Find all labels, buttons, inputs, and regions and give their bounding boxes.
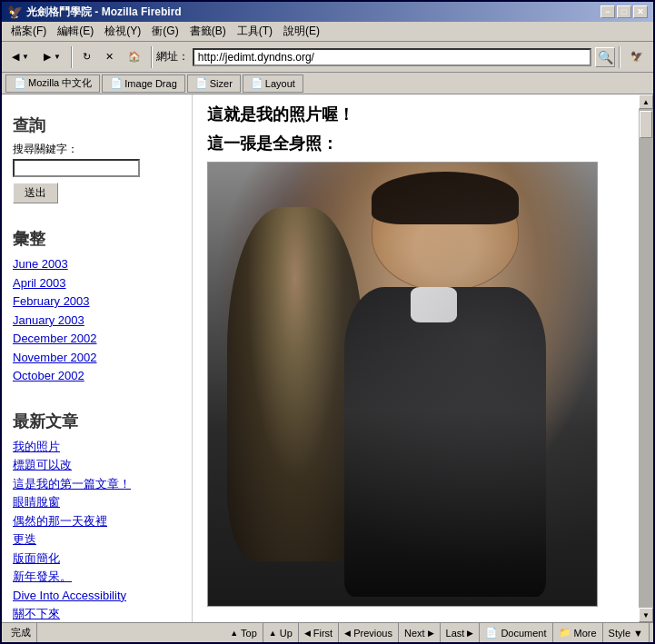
photo-hair — [372, 172, 520, 225]
status-last[interactable]: Last ▶ — [441, 623, 481, 642]
photo-container — [207, 162, 598, 607]
stop-button[interactable]: ✕ — [99, 45, 120, 69]
back-dropdown-icon: ▼ — [22, 53, 29, 61]
bookmark-icon-1: 📄 — [14, 77, 26, 89]
page-title-1: 這就是我的照片喔！ — [207, 104, 624, 125]
throbber-icon: 🦅 — [630, 51, 643, 63]
toolbar: ◀ ▼ ▶ ▼ ↻ ✕ 🏠 網址： 🔍 🦅 — [2, 42, 653, 73]
bookmark-sizer[interactable]: 📄 Sizer — [187, 74, 241, 93]
reload-icon: ↻ — [83, 51, 91, 63]
toolbar-separator-2 — [151, 46, 153, 68]
archive-link-feb2003[interactable]: February 2003 — [13, 292, 181, 311]
close-button[interactable]: ✕ — [633, 5, 648, 18]
bookmark-icon-2: 📄 — [110, 77, 123, 89]
home-icon: 🏠 — [128, 51, 141, 63]
content-area: 查詢 搜尋關鍵字： 送出 彙整 June 2003 April 2003 Feb… — [2, 94, 653, 622]
menu-bookmarks[interactable]: 書籤(B) — [184, 22, 232, 41]
search-section-title: 查詢 — [13, 114, 181, 136]
archive-link-dec2002[interactable]: December 2002 — [13, 330, 181, 348]
previous-arrow-icon: ◀ — [344, 629, 351, 638]
recent-link-9[interactable]: 關不下來 — [13, 605, 181, 622]
status-bar: 完成 ▲ Top ▲ Up ◀ First ◀ Previous Next ▶ … — [2, 622, 653, 642]
menu-help[interactable]: 說明(E) — [278, 22, 325, 41]
search-input[interactable] — [13, 159, 140, 177]
status-first[interactable]: ◀ First — [299, 623, 339, 642]
archive-link-april2003[interactable]: April 2003 — [13, 274, 181, 292]
app-icon: 🦅 — [7, 5, 23, 19]
recent-link-8[interactable]: Dive Into Accessibility — [13, 587, 181, 605]
photo-collar — [411, 287, 457, 322]
menu-file[interactable]: 檔案(F) — [5, 22, 52, 41]
toolbar-separator-1 — [71, 46, 73, 68]
bookmark-image-drag[interactable]: 📄 Image Drag — [102, 74, 184, 93]
last-arrow-icon: ▶ — [467, 629, 473, 638]
bookmark-mozilla[interactable]: 📄 Mozilla 中文化 — [5, 74, 100, 93]
address-label: 網址： — [156, 49, 189, 64]
sidebar: 查詢 搜尋關鍵字： 送出 彙整 June 2003 April 2003 Feb… — [2, 94, 193, 622]
recent-link-0[interactable]: 我的照片 — [13, 438, 181, 456]
main-area: 這就是我的照片喔！ 這一張是全身照： — [193, 94, 639, 622]
recent-link-1[interactable]: 標題可以改 — [13, 456, 181, 474]
recent-link-5[interactable]: 更迭 — [13, 530, 181, 549]
throbber: 🦅 — [624, 45, 650, 69]
folder-icon: 📁 — [559, 627, 571, 639]
status-previous[interactable]: ◀ Previous — [339, 623, 399, 642]
search-go-button[interactable]: 🔍 — [595, 47, 615, 67]
toolbar-separator-3 — [619, 46, 620, 68]
vertical-scrollbar: ▲ ▼ — [639, 94, 653, 622]
search-label: 搜尋關鍵字： — [13, 142, 181, 157]
title-bar-left: 🦅 光劍格鬥學院 - Mozilla Firebird — [7, 5, 182, 20]
page-title-2: 這一張是全身照： — [207, 133, 624, 154]
scroll-down-button[interactable]: ▼ — [639, 608, 653, 622]
bookmark-layout[interactable]: 📄 Layout — [243, 74, 303, 93]
recent-link-2[interactable]: 這是我的第一篇文章！ — [13, 475, 181, 493]
window-frame: 🦅 光劍格鬥學院 - Mozilla Firebird − □ ✕ 檔案(F) … — [0, 0, 655, 644]
archive-link-jan2003[interactable]: January 2003 — [13, 312, 181, 330]
scroll-up-button[interactable]: ▲ — [639, 94, 653, 109]
menu-go[interactable]: 衝(G) — [146, 22, 184, 41]
recent-link-7[interactable]: 新年發呆。 — [13, 568, 181, 586]
photo-body — [344, 287, 547, 598]
address-input[interactable] — [193, 48, 591, 66]
main-scroll[interactable]: 查詢 搜尋關鍵字： 送出 彙整 June 2003 April 2003 Feb… — [2, 94, 639, 622]
forward-dropdown-icon: ▼ — [54, 53, 61, 61]
status-up[interactable]: ▲ Up — [263, 623, 299, 642]
submit-button[interactable]: 送出 — [13, 183, 58, 203]
menu-bar: 檔案(F) 編輯(E) 檢視(Y) 衝(G) 書籤(B) 工具(T) 說明(E) — [2, 22, 653, 42]
next-arrow-icon: ▶ — [428, 629, 434, 638]
archive-link-june2003[interactable]: June 2003 — [13, 255, 181, 273]
scroll-track[interactable] — [639, 109, 653, 608]
back-button[interactable]: ◀ ▼ — [5, 45, 35, 69]
stop-icon: ✕ — [105, 51, 114, 63]
recent-section-title: 最新文章 — [13, 411, 181, 432]
status-done: 完成 — [5, 623, 37, 642]
photo-bg-person — [227, 207, 363, 561]
recent-link-6[interactable]: 版面簡化 — [13, 550, 181, 568]
bookmark-bar: 📄 Mozilla 中文化 📄 Image Drag 📄 Sizer 📄 Lay… — [2, 73, 653, 94]
bookmark-icon-4: 📄 — [251, 77, 263, 89]
maximize-button[interactable]: □ — [617, 5, 631, 18]
document-icon: 📄 — [485, 627, 498, 639]
title-bar: 🦅 光劍格鬥學院 - Mozilla Firebird − □ ✕ — [2, 2, 653, 22]
scroll-thumb[interactable] — [640, 111, 652, 138]
status-document[interactable]: 📄 Document — [480, 623, 552, 642]
menu-view[interactable]: 檢視(Y) — [99, 22, 146, 41]
recent-link-4[interactable]: 偶然的那一天夜裡 — [13, 512, 181, 530]
photo-image — [208, 163, 597, 606]
status-more[interactable]: 📁 More — [553, 623, 603, 642]
status-next[interactable]: Next ▶ — [399, 623, 441, 642]
menu-tools[interactable]: 工具(T) — [232, 22, 278, 41]
home-button[interactable]: 🏠 — [122, 45, 147, 69]
recent-link-3[interactable]: 眼睛脫窗 — [13, 493, 181, 511]
status-style[interactable]: Style ▼ — [603, 623, 650, 642]
reload-button[interactable]: ↻ — [76, 45, 97, 69]
window-title: 光劍格鬥學院 - Mozilla Firebird — [26, 5, 182, 20]
minimize-button[interactable]: − — [600, 5, 615, 18]
bookmark-icon-3: 📄 — [195, 77, 208, 89]
menu-edit[interactable]: 編輯(E) — [52, 22, 99, 41]
archive-link-oct2002[interactable]: October 2002 — [13, 367, 181, 385]
status-top[interactable]: ▲ Top — [224, 623, 263, 642]
forward-button[interactable]: ▶ ▼ — [37, 45, 67, 69]
archive-link-nov2002[interactable]: November 2002 — [13, 349, 181, 367]
page-content: 查詢 搜尋關鍵字： 送出 彙整 June 2003 April 2003 Feb… — [2, 94, 639, 622]
